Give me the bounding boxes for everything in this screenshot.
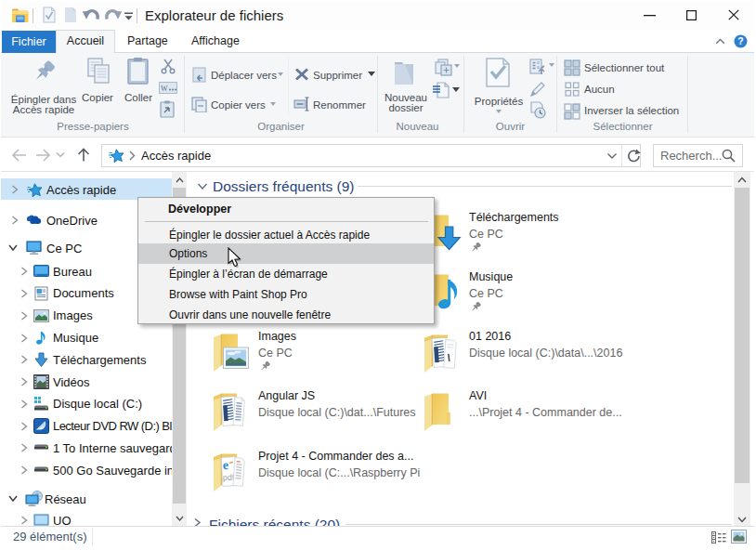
svg-text:?: ? (737, 35, 743, 46)
svg-text:W: W (161, 85, 168, 93)
svg-text:e: e (222, 458, 228, 472)
